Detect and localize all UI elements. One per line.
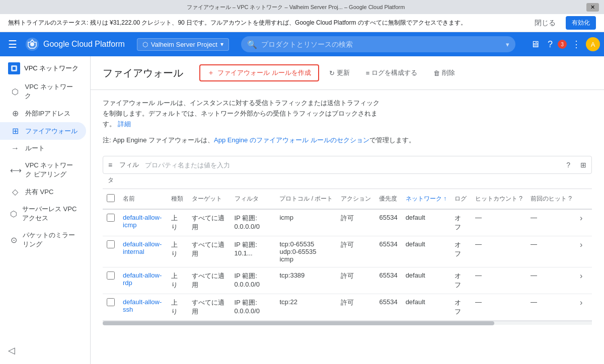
row-lasthit-cell: — (526, 267, 576, 294)
log-icon: ≡ (366, 69, 370, 77)
expand-row-button-1[interactable]: › (580, 240, 582, 249)
close-button[interactable]: ✕ (586, 3, 599, 12)
svg-rect-3 (13, 67, 16, 70)
row-checkbox-cell (103, 236, 119, 267)
column-action: アクション (337, 189, 375, 209)
create-firewall-rule-button[interactable]: ＋ ファイアウォール ルールを作成 (199, 64, 319, 81)
sidebar-item-serverless-vpc[interactable]: ⬡ サーバーレス VPC アクセス (0, 201, 86, 227)
row-hitcount-cell: — (471, 294, 526, 321)
sidebar-item-routes[interactable]: → ルート (0, 140, 86, 157)
description-link[interactable]: 詳細 (118, 120, 131, 128)
app-engine-link[interactable]: App Engine のファイアウォール ルールのセクション (214, 136, 369, 144)
description-text: ファイアウォール ルールは、インスタンスに対する受信トラフィックまたは送信トラフ… (103, 98, 385, 129)
browser-tab-bar: ファイアウォール – VPC ネットワーク – Valheim Server P… (0, 0, 604, 14)
sidebar-item-firewall[interactable]: ⊞ ファイアウォール (0, 122, 86, 140)
search-icon: 🔍 (247, 40, 257, 49)
log-config-button[interactable]: ≡ ログを構成する (360, 65, 424, 80)
column-network[interactable]: ネットワーク ↑ (402, 189, 450, 209)
trial-enable-button[interactable]: 有効化 (566, 16, 596, 30)
sidebar-item-packet-mirroring[interactable]: ⊙ パケットのミラーリング (0, 227, 86, 253)
page-title: ファイアウォール (103, 66, 183, 80)
firewall-rule-link-3[interactable]: default-allow-ssh (123, 298, 162, 313)
column-filter: フィルタ (231, 189, 276, 209)
filter-icon: ≡ (103, 157, 117, 173)
row-log-cell: オフ (450, 294, 471, 321)
note-text: 注: App Engine ファイアウォールは、App Engine のファイア… (103, 135, 592, 146)
expand-row-button-3[interactable]: › (580, 298, 582, 307)
row-checkbox-1[interactable] (107, 240, 115, 248)
column-log: ログ (450, 189, 471, 209)
row-expand-cell: › (576, 236, 592, 267)
brand-name: Google Cloud Platform (43, 40, 125, 49)
hit-count-help-icon[interactable]: ? (519, 195, 522, 202)
sidebar-item-label-serverless-vpc: サーバーレス VPC アクセス (22, 205, 78, 223)
firewall-rule-link-2[interactable]: default-allow-rdp (123, 271, 162, 287)
user-avatar[interactable]: A (586, 37, 600, 51)
firewall-rule-link-0[interactable]: default-allow-icmp (123, 214, 162, 229)
row-priority-cell: 65534 (375, 236, 401, 267)
row-checkbox-0[interactable] (107, 214, 115, 222)
table-header: 名前 種類 ターゲット フィルタ プロトコル / ポート アクション 優先度 ネ… (103, 189, 592, 209)
expand-row-button-2[interactable]: › (580, 271, 582, 280)
refresh-label: 更新 (337, 68, 350, 77)
sidebar-collapse-button[interactable]: ◁ (0, 341, 23, 360)
row-checkbox-cell (103, 267, 119, 294)
column-last-hit: 前回のヒット ? (526, 189, 576, 209)
google-cloud-icon (25, 37, 39, 51)
search-input[interactable] (261, 40, 502, 48)
more-options-icon[interactable]: ⋮ (569, 36, 584, 53)
column-priority: 優先度 (375, 189, 401, 209)
project-selector[interactable]: ⬡ Valheim Server Project ▾ (137, 38, 229, 51)
scrollbar-thumb[interactable] (103, 321, 494, 325)
row-name-cell: default-allow-internal (119, 236, 167, 267)
row-protocol-cell: icmp (275, 209, 337, 236)
row-action-cell: 許可 (337, 209, 375, 236)
packet-mirroring-icon: ⊙ (10, 235, 18, 245)
firewall-icon: ⊞ (10, 126, 20, 136)
horizontal-scrollbar[interactable] (103, 321, 592, 325)
hamburger-menu-button[interactable]: ☰ (4, 34, 21, 54)
sidebar-item-shared-vpc[interactable]: ◇ 共有 VPC (0, 183, 86, 201)
terminal-icon[interactable]: 🖥 (527, 36, 543, 53)
row-checkbox-3[interactable] (107, 298, 115, 306)
row-action-cell: 許可 (337, 267, 375, 294)
filter-label: フィル (117, 156, 141, 173)
row-filter-cell: IP 範囲: 0.0.0.0/0 (231, 294, 276, 321)
select-all-checkbox[interactable] (107, 194, 115, 202)
filter-columns-icon[interactable]: ⊞ (575, 157, 591, 173)
trial-close-button[interactable]: 閉じる (535, 19, 556, 28)
firewall-rule-link-1[interactable]: default-allow-internal (123, 240, 162, 255)
row-checkbox-2[interactable] (107, 271, 115, 280)
row-target-cell: すべてに適用 (188, 236, 231, 267)
row-protocol-cell: tcp:22 (275, 294, 337, 321)
sidebar-item-vpc-network[interactable]: ⬡ VPC ネットワーク (0, 78, 86, 105)
sidebar-item-vpc-peering[interactable]: ⟷ VPC ネットワーク ピアリング (0, 157, 86, 183)
refresh-button[interactable]: ↻ 更新 (323, 65, 356, 80)
filter-bar: ≡ フィル ? ⊞ (103, 156, 592, 174)
expand-row-button-0[interactable]: › (580, 214, 582, 222)
row-priority-cell: 65534 (375, 294, 401, 321)
last-hit-help-icon[interactable]: ? (568, 195, 572, 202)
project-icon: ⬡ (142, 41, 148, 48)
column-name[interactable]: 名前 (119, 189, 167, 209)
svg-point-1 (30, 42, 34, 46)
row-name-cell: default-allow-ssh (119, 294, 167, 321)
search-bar: 🔍 ▾ (241, 36, 515, 52)
filter-input[interactable] (141, 157, 561, 173)
search-expand-icon: ▾ (506, 41, 509, 48)
row-expand-cell: › (576, 267, 592, 294)
sidebar-item-label-vpc-peering: VPC ネットワーク ピアリング (25, 161, 78, 179)
row-log-cell: オフ (450, 209, 471, 236)
notification-badge[interactable]: 3 (558, 40, 567, 49)
sidebar-item-external-ip[interactable]: ⊕ 外部IPアドレス (0, 105, 86, 122)
delete-button[interactable]: 🗑 削除 (427, 65, 461, 80)
filter-help-icon[interactable]: ? (561, 157, 575, 173)
help-icon[interactable]: ? (545, 36, 556, 53)
row-hitcount-cell: — (471, 267, 526, 294)
sidebar: VPC ネットワーク ⬡ VPC ネットワーク ⊕ 外部IPアドレス ⊞ ファイ… (0, 56, 91, 364)
note-suffix: で管理します。 (369, 136, 415, 144)
row-name-cell: default-allow-icmp (119, 209, 167, 236)
trial-banner-text-container: 無料トライアルのステータス: 残りは ¥31,222.00 クレジット、90 日… (8, 19, 467, 27)
log-config-label: ログを構成する (371, 68, 417, 77)
sidebar-item-label-packet-mirroring: パケットのミラーリング (23, 231, 78, 249)
